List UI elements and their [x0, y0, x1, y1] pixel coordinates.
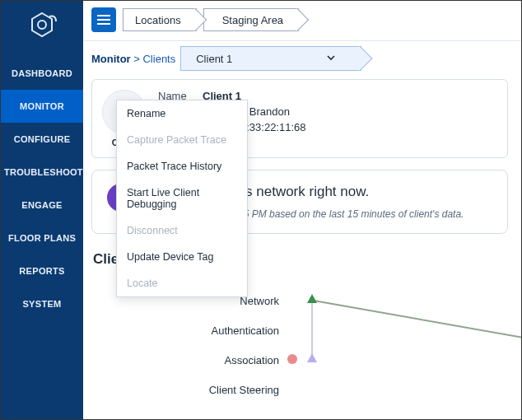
chevron-down-icon [326, 53, 336, 65]
svg-marker-5 [307, 353, 317, 362]
cm-locate: Locate [117, 270, 247, 296]
user-fragment: h Brandon [240, 105, 290, 118]
nav-engage[interactable]: ENGAGE [1, 189, 83, 222]
svg-marker-0 [32, 13, 52, 36]
cm-update-device-tag[interactable]: Update Device Tag [117, 244, 247, 270]
row-client-steering: Client Steering [180, 384, 279, 396]
sub-breadcrumb: Monitor > Clients Client 1 [83, 41, 521, 79]
client-selector[interactable]: Client 1 [180, 46, 361, 71]
cm-start-live-debugging[interactable]: Start Live Client Debugging [117, 180, 247, 217]
breadcrumb-staging-area[interactable]: Staging Area [203, 8, 299, 31]
svg-point-1 [38, 21, 46, 29]
cm-rename[interactable]: Rename [117, 100, 247, 127]
cm-capture-packet-trace: Capture Packet Trace [117, 127, 247, 153]
cm-packet-trace-history[interactable]: Packet Trace History [117, 153, 247, 180]
row-authentication: Authentication [180, 324, 279, 337]
subnav-root: Monitor [91, 53, 131, 65]
nav-troubleshoot[interactable]: TROUBLESHOOT [1, 156, 83, 189]
chart-edge [314, 300, 521, 342]
subnav-path: Monitor > Clients [91, 53, 175, 65]
row-association: Association [180, 354, 279, 366]
breadcrumb-locations[interactable]: Locations [123, 8, 197, 31]
nav-dashboard[interactable]: DASHBOARD [1, 57, 83, 90]
client-selector-label: Client 1 [196, 53, 232, 65]
hamburger-button[interactable] [91, 7, 116, 32]
nav-system[interactable]: SYSTEM [1, 287, 83, 320]
marker-network-1[interactable] [306, 293, 318, 305]
cm-disconnect: Disconnect [117, 217, 247, 244]
client-context-menu: Rename Capture Packet Trace Packet Trace… [116, 100, 248, 297]
nav-floor-plans[interactable]: FLOOR PLANS [1, 222, 83, 254]
marker-association-1[interactable] [287, 354, 297, 364]
nav-monitor[interactable]: MONITOR [1, 90, 83, 123]
nav-reports[interactable]: REPORTS [1, 254, 83, 287]
sidebar: DASHBOARD MONITOR CONFIGURE TROUBLESHOOT… [1, 1, 83, 419]
subnav-section: Clients [142, 53, 175, 65]
chart-connector [311, 298, 313, 359]
topbar: Locations Staging Area [83, 1, 521, 41]
marker-association-2[interactable] [306, 352, 318, 364]
svg-marker-6 [307, 294, 317, 303]
nav-configure[interactable]: CONFIGURE [1, 123, 83, 156]
mac-fragment: 4:33:22:11:68 [240, 121, 306, 133]
brand-logo [22, 6, 62, 45]
